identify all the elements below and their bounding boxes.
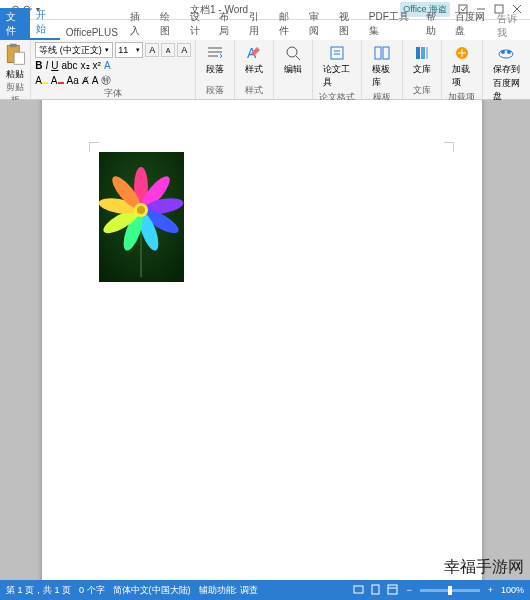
svg-point-41 [137,206,145,214]
svg-rect-22 [416,47,420,59]
clear-format-icon[interactable]: A̸ [82,75,89,86]
group-clipboard: 粘贴 剪贴板 [0,40,31,99]
zoom-slider[interactable] [420,589,480,592]
margin-corner-tl [89,142,99,152]
tab-baidu[interactable]: 百度网盘 [449,8,497,40]
tell-me[interactable]: 告诉我 [497,12,530,40]
tab-officeplus[interactable]: OfficePLUS [60,25,124,40]
template-button[interactable]: 模板库 [366,42,398,91]
tab-home[interactable]: 开始 [30,6,60,40]
highlight-icon[interactable]: A [35,75,48,86]
zoom-out-button[interactable]: − [406,585,411,595]
tab-draw[interactable]: 绘图 [154,8,184,40]
change-case-icon[interactable]: A [177,43,191,57]
paragraph-button[interactable]: 段落 [200,42,230,78]
view-print-icon[interactable] [370,584,381,597]
font-color-icon[interactable]: A [51,75,64,86]
superscript-icon[interactable]: x² [93,60,101,71]
tab-mailings[interactable]: 邮件 [273,8,303,40]
zoom-level[interactable]: 100% [501,585,524,595]
svg-rect-20 [375,47,381,59]
svg-point-27 [501,50,505,54]
group-label-font: 字体 [35,87,191,100]
paste-button[interactable]: 粘贴 [6,68,24,81]
group-drawtool: 论文工具 论文格式 [313,40,361,99]
group-editing: 编辑 [274,40,313,99]
svg-rect-17 [331,47,343,59]
document-page[interactable] [42,100,482,580]
document-area [0,100,530,580]
group-font: 等线 (中文正文)▾ 11▾ A A A B I U abc x₂ x² A A… [31,40,196,99]
svg-line-16 [296,56,300,60]
zoom-in-button[interactable]: + [488,585,493,595]
status-page[interactable]: 第 1 页，共 1 页 [6,584,71,597]
group-paragraph: 段落 段落 [196,40,235,99]
group-addin: 加载项 加载项 [442,40,483,99]
svg-rect-10 [14,52,24,64]
view-web-icon[interactable] [387,584,398,597]
svg-point-15 [287,47,297,57]
group-template: 模板库 模板 [362,40,403,99]
subscript-icon[interactable]: x₂ [81,60,90,71]
status-accessibility[interactable]: 辅助功能: 调查 [199,584,258,597]
shrink-font-icon[interactable]: A [161,43,175,57]
tab-pdf[interactable]: PDF工具集 [363,8,420,40]
svg-rect-23 [421,47,425,59]
bold-button[interactable]: B [35,60,42,71]
char-border-icon[interactable]: A [92,75,99,86]
tab-review[interactable]: 审阅 [303,8,333,40]
svg-rect-44 [388,585,397,594]
drawtool-button[interactable]: 论文工具 [317,42,356,91]
margin-corner-tr [444,142,454,152]
editing-button[interactable]: 编辑 [278,42,308,78]
save-baidu-button[interactable]: 保存到 百度网盘 [487,42,526,105]
group-wenku: 文库 文库 [403,40,442,99]
group-label-paragraph: 段落 [200,84,230,97]
addin-button[interactable]: 加载项 [446,42,478,91]
inserted-image[interactable] [99,152,184,282]
watermark-text: 幸福手游网 [444,557,524,578]
text-effect-icon[interactable]: A [104,60,111,71]
svg-rect-43 [372,585,379,594]
grow-font-icon[interactable]: A [145,43,159,57]
svg-rect-9 [10,44,17,47]
svg-rect-21 [383,47,389,59]
italic-button[interactable]: I [45,60,48,71]
ribbon: 粘贴 剪贴板 等线 (中文正文)▾ 11▾ A A A B I U abc x₂… [0,40,530,100]
svg-rect-24 [426,47,428,59]
tab-insert[interactable]: 插入 [124,8,154,40]
tab-help[interactable]: 帮助 [420,8,450,40]
view-read-icon[interactable] [353,584,364,597]
group-styles: A 样式 样式 [235,40,274,99]
svg-point-28 [507,50,511,54]
tab-references[interactable]: 引用 [243,8,273,40]
group-label-wenku: 文库 [407,84,437,97]
styles-button[interactable]: A 样式 [239,42,269,78]
status-words[interactable]: 0 个字 [79,584,105,597]
tab-view[interactable]: 视图 [333,8,363,40]
phonetic-icon[interactable]: Aa [67,75,79,86]
font-name-select[interactable]: 等线 (中文正文)▾ [35,42,113,58]
svg-rect-42 [354,586,363,593]
tab-design[interactable]: 设计 [184,8,214,40]
ribbon-tabs: 文件 开始 OfficePLUS 插入 绘图 设计 布局 引用 邮件 审阅 视图… [0,20,530,40]
wenku-button[interactable]: 文库 [407,42,437,78]
status-bar: 第 1 页，共 1 页 0 个字 简体中文(中国大陆) 辅助功能: 调查 − +… [0,580,530,600]
tab-layout[interactable]: 布局 [213,8,243,40]
font-size-select[interactable]: 11▾ [115,42,143,58]
underline-button[interactable]: U [51,60,58,71]
tab-file[interactable]: 文件 [0,8,30,40]
status-language[interactable]: 简体中文(中国大陆) [113,584,191,597]
svg-point-26 [499,50,513,58]
group-save-baidu: 保存到 百度网盘 保存 [483,40,530,99]
paste-icon[interactable] [4,42,26,68]
group-label-styles: 样式 [239,84,269,97]
strike-icon[interactable]: abc [61,60,77,71]
enclose-icon[interactable]: ㊕ [101,73,111,87]
